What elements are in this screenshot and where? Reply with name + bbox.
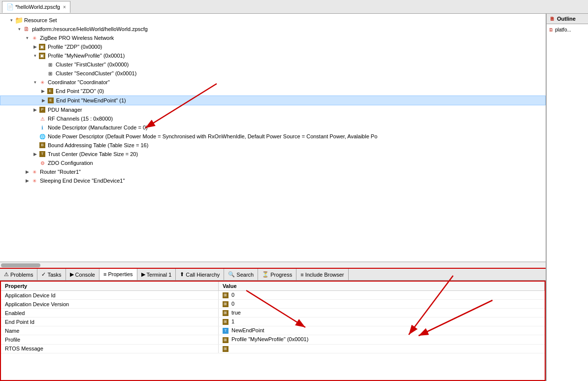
profile-mynew-label: Profile "MyNewProfile" (0x0001) <box>48 53 125 59</box>
zigbee-label: ZigBee PRO Wireless Network <box>40 35 114 41</box>
editor-tab[interactable]: 📄 *helloWorld.zpscfg × <box>2 1 70 13</box>
toggle-file[interactable]: ▾ <box>16 27 23 32</box>
tab-problems[interactable]: ⚠ Problems <box>0 269 37 281</box>
prop-icon-app-device-id: ⊞ <box>223 292 229 298</box>
power-icon: 🌐 <box>38 132 46 140</box>
tree-endpoint-zdo[interactable]: ▶ E End Point "ZDO" (0) <box>0 87 546 95</box>
tab-tasks[interactable]: ✓ Tasks <box>37 269 65 281</box>
horizontal-scrollbar[interactable] <box>0 262 546 268</box>
prop-name-endpoint-id: End Point Id <box>1 318 218 326</box>
prop-icon-profile: ⊞ <box>223 337 229 343</box>
node-icon: ℹ <box>38 124 46 131</box>
toggle-zigbee[interactable]: ▾ <box>24 35 31 40</box>
cluster-second-icon: ⊞ <box>46 69 54 77</box>
tree-profile-zdp[interactable]: ▶ ▣ Profile "ZDP" (0x0000) <box>0 42 546 51</box>
tree-rf[interactable]: ⚠ RF Channels (15 : 0x8000) <box>0 114 546 123</box>
prop-row-enabled[interactable]: Enabled ⊞ true <box>1 309 545 318</box>
content-area: ▾ 📁 Resource Set ▾ 🗎 platform:/resource/… <box>0 14 588 381</box>
file-icon: 🗎 <box>23 25 31 33</box>
prop-row-app-device-version[interactable]: Application Device Version ⊞ 0 <box>1 300 545 309</box>
tree-pdu[interactable]: ▶ P PDU Manager <box>0 105 546 114</box>
prop-value-app-device-version: ⊞ 0 <box>218 300 544 309</box>
toggle-pdu[interactable]: ▶ <box>32 107 38 112</box>
tree-root[interactable]: ▾ 📁 Resource Set <box>0 16 546 25</box>
includebrowser-label: Include Browser <box>305 272 344 278</box>
toggle-sleeping[interactable]: ▶ <box>24 178 31 183</box>
properties-table: Property Value Application Device Id ⊞ 0 <box>1 282 545 353</box>
prop-row-profile[interactable]: Profile ⊞ Profile "MyNewProfile" (0x0001… <box>1 335 545 344</box>
endpoint-zdo-icon: E <box>46 87 54 95</box>
tree-profile-mynew[interactable]: ▾ ▣ Profile "MyNewProfile" (0x0001) <box>0 51 546 60</box>
file-path-label: platform:/resource/HelloWorld/helloWorld… <box>32 26 148 32</box>
coordinator-label: Coordinator "Coordinator" <box>48 79 110 85</box>
profile-mynew-icon: ▣ <box>38 52 46 60</box>
bottom-tab-bar: ⚠ Problems ✓ Tasks ▶ Console ≡ Propertie… <box>0 269 546 281</box>
prop-row-name[interactable]: Name T NewEndPoint <box>1 326 545 335</box>
tree-zigbee[interactable]: ▾ ✳ ZigBee PRO Wireless Network <box>0 33 546 42</box>
outline-item-label: platfo... <box>555 27 571 32</box>
pdu-icon: P <box>38 106 46 114</box>
outline-title: Outline <box>557 16 576 22</box>
console-label: Console <box>75 272 95 278</box>
prop-value-app-device-id: ⊞ 0 <box>218 291 544 300</box>
tree-bound[interactable]: B Bound Addressing Table (Table Size = 1… <box>0 141 546 150</box>
tab-progress[interactable]: ⏳ Progress <box>258 269 296 281</box>
tab-bar: 📄 *helloWorld.zpscfg × <box>0 0 588 14</box>
col-value: Value <box>218 282 544 291</box>
tree-cluster-first[interactable]: ⊞ Cluster "FirstCluster" (0x0000) <box>0 60 546 69</box>
tab-terminal[interactable]: ▶ Terminal 1 <box>137 269 176 281</box>
tab-properties[interactable]: ≡ Properties <box>99 269 137 281</box>
toggle-endpoint-new[interactable]: ▶ <box>40 98 47 103</box>
tab-callhierarchy[interactable]: ⬆ Call Hierarchy <box>176 269 224 281</box>
tree-sleeping[interactable]: ▶ ✳ Sleeping End Device "EndDevice1" <box>0 176 546 185</box>
prop-row-endpoint-id[interactable]: End Point Id ⊞ 1 <box>1 318 545 326</box>
tree-endpoint-new[interactable]: ▶ E End Point "NewEndPoint" (1) <box>0 95 546 105</box>
trust-icon: T <box>38 150 46 158</box>
tree-container[interactable]: ▾ 📁 Resource Set ▾ 🗎 platform:/resource/… <box>0 14 546 262</box>
toggle-mynew[interactable]: ▾ <box>32 53 38 58</box>
app-container: 📄 *helloWorld.zpscfg × ▾ 📁 Resource Set <box>0 0 588 381</box>
prop-icon-name: T <box>223 328 229 334</box>
outline-header: 🗎 Outline <box>547 14 588 24</box>
router-label: Router "Router1" <box>40 169 81 175</box>
toggle-root[interactable]: ▾ <box>8 18 15 23</box>
endpoint-zdo-label: End Point "ZDO" (0) <box>56 88 104 94</box>
toggle-router[interactable]: ▶ <box>24 169 31 174</box>
toggle-trust[interactable]: ▶ <box>32 152 38 157</box>
tree-zdo-config[interactable]: ⚙ ZDO Configuration <box>0 159 546 167</box>
tab-search[interactable]: 🔍 Search <box>224 269 258 281</box>
rf-label: RF Channels (15 : 0x8000) <box>48 116 113 122</box>
prop-row-app-device-id[interactable]: Application Device Id ⊞ 0 <box>1 291 545 300</box>
progress-label: Progress <box>270 272 292 278</box>
outline-panel: 🗎 Outline 🗎 platfo... <box>546 14 588 381</box>
tab-console[interactable]: ▶ Console <box>66 269 99 281</box>
col-property: Property <box>1 282 218 291</box>
tree-coordinator[interactable]: ▾ ✳ Coordinator "Coordinator" <box>0 78 546 87</box>
tree-file-path[interactable]: ▾ 🗎 platform:/resource/HelloWorld/helloW… <box>0 25 546 33</box>
callhierarchy-icon: ⬆ <box>180 271 184 278</box>
tree-cluster-second[interactable]: ⊞ Cluster "SecondCluster" (0x0001) <box>0 69 546 78</box>
search-tab-label: Search <box>236 272 254 278</box>
prop-row-rtos[interactable]: RTOS Message ⊞ <box>1 344 545 353</box>
tree-node[interactable]: ℹ Node Descriptor (Manufacturer Code = 0… <box>0 123 546 132</box>
outline-icon: 🗎 <box>550 16 555 22</box>
tab-close-button[interactable]: × <box>63 4 66 10</box>
terminal-icon: ▶ <box>141 271 145 278</box>
tree-trust[interactable]: ▶ T Trust Center (Device Table Size = 20… <box>0 150 546 159</box>
progress-icon: ⏳ <box>262 271 269 278</box>
tree-power[interactable]: 🌐 Node Power Descriptor (Default Power M… <box>0 132 546 141</box>
tab-includebrowser[interactable]: ≡ Include Browser <box>296 269 348 281</box>
node-label: Node Descriptor (Manufacturer Code = 0) <box>48 125 148 130</box>
toggle-zdp[interactable]: ▶ <box>32 44 38 49</box>
prop-name-app-device-id: Application Device Id <box>1 291 218 300</box>
problems-label: Problems <box>10 272 33 278</box>
tree-router[interactable]: ▶ ✳ Router "Router1" <box>0 167 546 176</box>
scroll-thumb[interactable] <box>1 263 40 267</box>
toggle-endpoint-zdo[interactable]: ▶ <box>39 89 46 94</box>
zdo-config-icon: ⚙ <box>38 159 46 167</box>
toggle-coordinator[interactable]: ▾ <box>32 80 38 85</box>
pdu-label: PDU Manager <box>48 107 82 113</box>
outline-item[interactable]: 🗎 platfo... <box>549 26 586 33</box>
search-tab-icon: 🔍 <box>228 271 235 278</box>
router-icon: ✳ <box>31 168 38 176</box>
